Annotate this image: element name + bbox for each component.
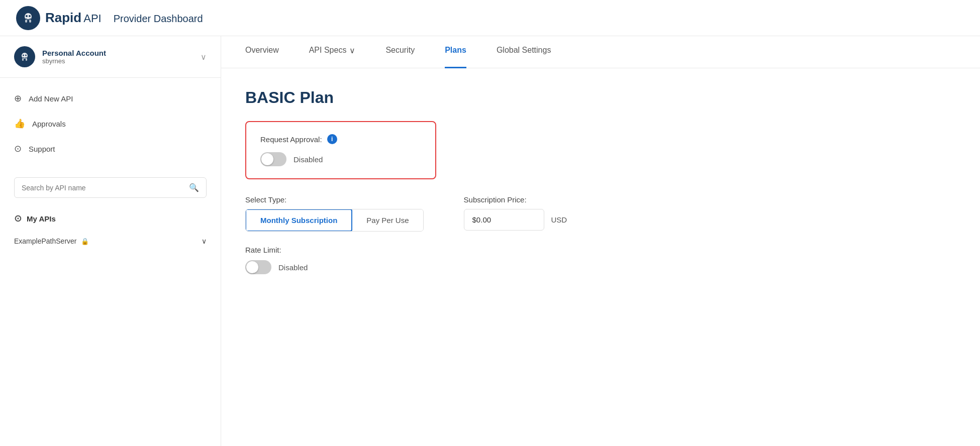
select-type-label: Select Type:	[245, 195, 424, 204]
sidebar-nav: ⊕ Add New API 👍 Approvals ⊙ Support	[0, 78, 221, 169]
svg-rect-11	[26, 58, 27, 61]
compass-icon: ⊙	[14, 143, 22, 154]
rate-limit-toggle-label: Disabled	[278, 263, 308, 272]
select-type-group: Select Type: Monthly Subscription Pay Pe…	[245, 195, 424, 232]
logo-rapid: Rapid	[45, 10, 81, 26]
svg-point-2	[26, 15, 28, 17]
tab-security[interactable]: Security	[385, 36, 415, 68]
rate-limit-toggle-row: Disabled	[245, 260, 956, 274]
search-input[interactable]	[22, 184, 184, 192]
search-icon[interactable]: 🔍	[189, 183, 199, 192]
request-approval-toggle[interactable]	[260, 152, 286, 166]
logo-subtitle: Provider Dashboard	[114, 13, 203, 25]
search-box: 🔍	[14, 177, 207, 198]
top-nav: Overview API Specs ∨ Security Plans Glob…	[221, 36, 980, 68]
api-list-item[interactable]: ExamplePathServer 🔒 ∨	[0, 231, 221, 251]
tab-overview[interactable]: Overview	[245, 36, 279, 68]
logo-api: API	[83, 12, 101, 25]
tab-api-specs-label: API Specs ∨	[309, 46, 356, 55]
request-approval-box: Request Approval: i Disabled	[245, 121, 436, 179]
pay-per-use-button[interactable]: Pay Per Use	[352, 209, 423, 231]
main-content: Overview API Specs ∨ Security Plans Glob…	[221, 36, 980, 446]
api-item-left: ExamplePathServer 🔒	[14, 237, 89, 245]
lock-icon: 🔒	[81, 238, 89, 245]
account-section[interactable]: Personal Account sbyrnes ∨	[0, 36, 221, 78]
sidebar-item-add-new-api[interactable]: ⊕ Add New API	[0, 86, 221, 111]
approval-label-text: Request Approval:	[260, 135, 322, 144]
plus-circle-icon: ⊕	[14, 93, 22, 104]
info-icon[interactable]: i	[327, 134, 337, 144]
subscription-price-label: Subscription Price:	[464, 195, 567, 204]
avatar	[14, 46, 35, 67]
tab-api-specs[interactable]: API Specs ∨	[309, 36, 356, 68]
type-and-price-row: Select Type: Monthly Subscription Pay Pe…	[245, 195, 956, 232]
svg-point-3	[29, 15, 31, 17]
type-buttons: Monthly Subscription Pay Per Use	[245, 209, 424, 232]
svg-rect-5	[29, 20, 31, 23]
sidebar-item-label: Approvals	[32, 120, 66, 128]
my-apis-label: ⊙ My APIs	[14, 213, 207, 224]
logo-icon	[16, 6, 40, 30]
plan-title: BASIC Plan	[245, 88, 956, 107]
price-row: USD	[464, 209, 567, 231]
rate-limit-section: Rate Limit: Disabled	[245, 246, 956, 274]
toggle-knob	[246, 261, 258, 273]
account-info: Personal Account sbyrnes	[42, 49, 193, 65]
toggle-knob	[261, 153, 273, 165]
chevron-down-icon: ∨	[201, 52, 207, 62]
app-header: Rapid API Provider Dashboard	[0, 0, 980, 36]
request-approval-toggle-row: Disabled	[260, 152, 421, 166]
sidebar-item-approvals[interactable]: 👍 Approvals	[0, 111, 221, 136]
rate-limit-label: Rate Limit:	[245, 246, 956, 254]
api-item-label: ExamplePathServer	[14, 237, 77, 245]
currency-label: USD	[551, 215, 567, 224]
layout: Personal Account sbyrnes ∨ ⊕ Add New API…	[0, 36, 980, 446]
logo-text: Rapid API Provider Dashboard	[45, 10, 203, 26]
sidebar-item-label: Support	[29, 145, 55, 153]
svg-point-8	[23, 55, 24, 56]
sidebar-item-support[interactable]: ⊙ Support	[0, 136, 221, 161]
approval-label-row: Request Approval: i	[260, 134, 421, 144]
tab-global-settings[interactable]: Global Settings	[497, 36, 551, 68]
sidebar: Personal Account sbyrnes ∨ ⊕ Add New API…	[0, 36, 221, 446]
chevron-down-icon: ∨	[349, 46, 355, 55]
tab-plans[interactable]: Plans	[445, 36, 466, 68]
thumbs-up-icon: 👍	[14, 118, 25, 129]
checkmark-circle-icon: ⊙	[14, 213, 22, 224]
content-area: BASIC Plan Request Approval: i Disabled …	[221, 68, 980, 294]
sidebar-item-label: Add New API	[29, 94, 73, 103]
svg-rect-10	[22, 58, 24, 61]
account-name: Personal Account	[42, 49, 193, 57]
request-approval-toggle-label: Disabled	[293, 155, 323, 164]
logo-area: Rapid API Provider Dashboard	[16, 6, 203, 30]
account-username: sbyrnes	[42, 57, 193, 65]
rate-limit-toggle[interactable]	[245, 260, 271, 274]
monthly-subscription-button[interactable]: Monthly Subscription	[245, 209, 352, 232]
svg-rect-4	[25, 20, 27, 23]
price-input[interactable]	[464, 209, 544, 231]
svg-point-9	[25, 55, 27, 56]
subscription-price-group: Subscription Price: USD	[464, 195, 567, 231]
search-section: 🔍	[0, 169, 221, 206]
chevron-down-icon: ∨	[202, 237, 207, 245]
my-apis-section: ⊙ My APIs	[0, 206, 221, 231]
